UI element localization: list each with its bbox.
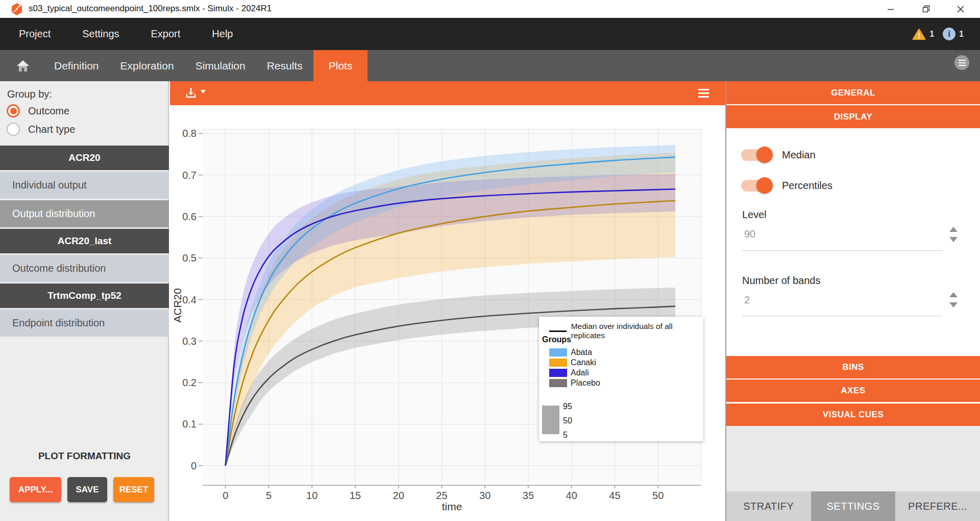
minimize-icon xyxy=(887,6,894,13)
output-distribution-plot[interactable]: 0510152025303540455000.10.20.30.40.50.60… xyxy=(170,105,725,521)
download-icon xyxy=(185,87,198,99)
svg-text:0.7: 0.7 xyxy=(182,170,197,181)
reset-button[interactable]: RESET xyxy=(113,477,154,502)
home-icon xyxy=(16,60,30,72)
tab-simulation[interactable]: Simulation xyxy=(185,50,256,81)
title-bar: s03_typical_outcomeendpoint_100reps.smlx… xyxy=(0,0,980,18)
menu-settings[interactable]: Settings xyxy=(82,28,119,40)
number-of-bands-spin-up-icon[interactable] xyxy=(949,292,958,297)
visual-cues-section-header[interactable]: VISUAL CUES xyxy=(726,404,980,426)
tab-exploration[interactable]: Exploration xyxy=(110,50,185,81)
svg-text:10: 10 xyxy=(306,490,317,501)
restore-icon xyxy=(922,5,930,13)
radio-label: Outcome xyxy=(28,105,69,117)
svg-text:50: 50 xyxy=(652,490,664,501)
plot-item-endpoint-distribution[interactable]: Endpoint distribution xyxy=(0,310,169,337)
legend-median-row: Median over individuals of all replicate… xyxy=(549,322,703,340)
simulx-app-window: s03_typical_outcomeendpoint_100reps.smlx… xyxy=(0,0,980,521)
plot-item-output-distribution[interactable]: Output distribution xyxy=(0,200,169,227)
legend-row-canaki: Canaki xyxy=(549,358,600,368)
level-spin-down-icon[interactable] xyxy=(949,237,958,242)
toggle-percentiles[interactable]: Percentiles xyxy=(741,177,832,194)
tab-list: DefinitionExplorationSimulationResultsPl… xyxy=(43,50,368,81)
restore-button[interactable] xyxy=(913,0,939,18)
warning-icon[interactable] xyxy=(912,28,926,40)
legend-swatch xyxy=(549,369,567,377)
legend-label: Canaki xyxy=(571,358,596,367)
menu-project[interactable]: Project xyxy=(19,28,51,40)
toggle-track xyxy=(741,180,771,192)
toggle-median[interactable]: Median xyxy=(741,147,816,163)
svg-text:15: 15 xyxy=(350,490,361,501)
svg-text:time: time xyxy=(442,501,462,512)
display-section-header[interactable]: DISPLAY xyxy=(726,105,980,128)
radio-chart-type[interactable]: Chart type xyxy=(7,123,75,136)
tab-results[interactable]: Results xyxy=(256,50,313,81)
home-tab[interactable] xyxy=(10,50,36,81)
plot-group-acr20[interactable]: ACR20 xyxy=(0,146,169,170)
radio-dot xyxy=(10,108,17,114)
svg-text:0.8: 0.8 xyxy=(182,128,197,139)
legend-group-rows: AbataCanakiAdaliPlacebo xyxy=(549,347,600,388)
window-title: s03_typical_outcomeendpoint_100reps.smlx… xyxy=(29,4,272,14)
panel-filler xyxy=(726,427,980,491)
number-of-bands-input[interactable]: 2 xyxy=(744,294,750,306)
panel-tab-prefere[interactable]: PREFERE... xyxy=(895,491,980,521)
bins-section-header[interactable]: BINS xyxy=(726,356,980,378)
plot-item-outcome-distribution[interactable]: Outcome distribution xyxy=(0,255,169,282)
svg-text:0.4: 0.4 xyxy=(182,294,197,305)
level-spin-up-icon[interactable] xyxy=(949,227,958,232)
number-of-bands-spin-down-icon[interactable] xyxy=(949,302,958,307)
level-input[interactable]: 90 xyxy=(744,228,755,240)
info-icon[interactable]: i xyxy=(943,28,955,40)
notification-badges: 1 i 1 xyxy=(912,18,964,50)
info-count: 1 xyxy=(959,30,964,39)
plot-group-acr20_last[interactable]: ACR20_last xyxy=(0,229,169,253)
toggle-knob xyxy=(756,147,773,163)
warning-count: 1 xyxy=(929,30,934,39)
dropdown-caret-icon xyxy=(200,89,206,94)
svg-text:5: 5 xyxy=(266,490,272,501)
legend-swatch xyxy=(549,379,567,387)
plot-item-individual-output[interactable]: Individual output xyxy=(0,172,169,199)
level-label: Level xyxy=(742,209,767,221)
plot-group-trtmcomp_tp52[interactable]: TrtmComp_tp52 xyxy=(0,283,169,308)
chart-toolbar xyxy=(170,81,725,105)
radio-outcome[interactable]: Outcome xyxy=(7,104,69,117)
svg-text:40: 40 xyxy=(566,490,577,501)
tab-plots[interactable]: Plots xyxy=(313,50,368,81)
plot-formatting-label: PLOT FORMATTING xyxy=(0,451,169,462)
group-by-label: Group by: xyxy=(7,88,52,100)
plot-menu-button[interactable] xyxy=(698,89,709,98)
svg-text:0.1: 0.1 xyxy=(182,418,197,430)
feedback-icon[interactable] xyxy=(954,55,969,70)
toggle-label: Median xyxy=(782,149,816,161)
menu-export[interactable]: Export xyxy=(151,28,181,40)
general-section-header[interactable]: GENERAL xyxy=(726,81,980,104)
number-of-bands-label: Number of bands xyxy=(742,275,820,287)
menu-help[interactable]: Help xyxy=(212,28,233,40)
panel-tab-settings[interactable]: SETTINGS xyxy=(811,491,896,521)
legend-row-placebo: Placebo xyxy=(549,378,600,388)
toggle-label: Percentiles xyxy=(782,180,832,192)
chart-panel: 0510152025303540455000.10.20.30.40.50.60… xyxy=(170,81,725,521)
export-plot-button[interactable] xyxy=(185,87,206,99)
svg-text:30: 30 xyxy=(479,490,491,501)
legend-row-abata: Abata xyxy=(549,347,600,358)
toggle-track xyxy=(741,149,771,161)
apply-button[interactable]: APPLY... xyxy=(10,477,61,502)
close-button[interactable] xyxy=(947,0,974,18)
percentile-labels: 95505 xyxy=(563,402,572,439)
panel-tab-stratify[interactable]: STRATIFY xyxy=(726,491,811,521)
svg-text:ACR20: ACR20 xyxy=(172,288,183,323)
axes-section-header[interactable]: AXES xyxy=(726,380,980,402)
radio-circle-icon xyxy=(7,104,20,117)
svg-text:0.5: 0.5 xyxy=(182,252,197,264)
svg-text:0: 0 xyxy=(191,460,197,471)
simulx-logo-icon xyxy=(11,3,22,15)
save-button[interactable]: SAVE xyxy=(67,477,107,502)
tab-definition[interactable]: Definition xyxy=(43,50,110,81)
minimize-button[interactable] xyxy=(877,0,904,18)
toggle-knob xyxy=(756,177,773,194)
legend-swatch xyxy=(549,359,567,367)
